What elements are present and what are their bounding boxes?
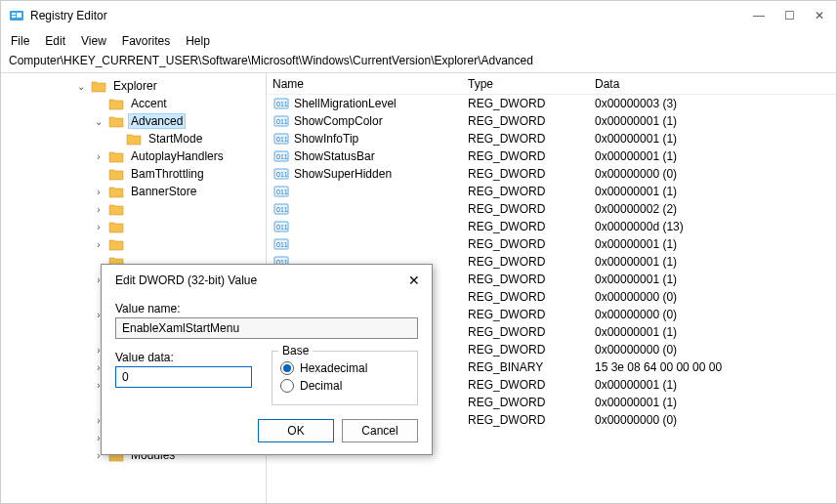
window-title: Registry Editor — [30, 9, 753, 22]
row-data: 0x00000001 (1) — [589, 396, 836, 409]
reg-value-icon: 011 — [272, 149, 290, 163]
row-data: 0x0000000d (13) — [589, 220, 836, 233]
list-row[interactable]: 011REG_DWORD0x00000001 (1) — [267, 183, 836, 200]
list-row[interactable]: 011ShowSuperHiddenREG_DWORD0x00000000 (0… — [267, 165, 836, 183]
row-type: REG_DWORD — [462, 273, 589, 286]
maximize-button[interactable]: ☐ — [784, 9, 795, 22]
row-name: ShowInfoTip — [290, 132, 462, 146]
dialog-title: Edit DWORD (32-bit) Value — [115, 273, 257, 287]
list-row[interactable]: 011ShellMigrationLevelREG_DWORD0x0000000… — [267, 95, 836, 112]
app-icon — [9, 8, 24, 23]
col-type[interactable]: Type — [462, 77, 589, 91]
folder-icon — [108, 185, 124, 198]
reg-value-icon: 011 — [272, 237, 290, 251]
row-name: ShowSuperHidden — [290, 167, 462, 181]
tree-item-banner[interactable]: BannerStore — [128, 185, 199, 198]
svg-text:011: 011 — [276, 153, 288, 160]
svg-rect-3 — [17, 13, 21, 18]
svg-text:011: 011 — [276, 101, 288, 107]
menubar: File Edit View Favorites Help — [1, 30, 836, 52]
reg-value-icon: 011 — [272, 185, 290, 198]
row-type: REG_DWORD — [462, 202, 589, 216]
expand-icon[interactable]: › — [93, 151, 105, 162]
reg-value-icon: 011 — [272, 167, 290, 181]
radio-hex-label: Hexadecimal — [300, 361, 367, 375]
row-type: REG_BINARY — [462, 360, 589, 374]
row-type: REG_DWORD — [462, 325, 589, 339]
expand-icon[interactable]: ⌄ — [93, 116, 105, 127]
reg-value-icon: 011 — [272, 202, 290, 216]
expand-icon[interactable]: › — [93, 187, 105, 197]
row-type: REG_DWORD — [462, 343, 589, 357]
list-row[interactable]: 011ShowCompColorREG_DWORD0x00000001 (1) — [267, 112, 836, 130]
row-data: 0x00000000 (0) — [589, 308, 836, 321]
menu-edit[interactable]: Edit — [45, 34, 65, 48]
value-data-field[interactable] — [115, 366, 252, 388]
row-data: 0x00000001 (1) — [589, 149, 836, 163]
row-data: 0x00000000 (0) — [589, 413, 836, 427]
dialog-close-button[interactable]: ✕ — [408, 273, 420, 288]
titlebar[interactable]: Registry Editor — ☐ ✕ — [1, 1, 836, 30]
row-data: 0x00000000 (0) — [589, 290, 836, 304]
list-row[interactable]: 011REG_DWORD0x0000000d (13) — [267, 218, 836, 235]
svg-text:011: 011 — [276, 224, 288, 231]
reg-value-icon: 011 — [272, 132, 290, 146]
row-type: REG_DWORD — [462, 97, 589, 110]
tree-item-accent[interactable]: Accent — [128, 97, 170, 110]
menu-view[interactable]: View — [81, 34, 106, 48]
reg-value-icon: 011 — [272, 97, 290, 110]
cancel-button[interactable]: Cancel — [342, 419, 418, 442]
tree-item-autoplay[interactable]: AutoplayHandlers — [128, 149, 227, 163]
folder-icon — [108, 167, 124, 181]
value-name-field — [115, 317, 418, 339]
minimize-button[interactable]: — — [753, 9, 765, 22]
reg-value-icon: 011 — [272, 114, 290, 128]
radio-decimal[interactable]: Decimal — [280, 379, 409, 393]
menu-favorites[interactable]: Favorites — [122, 34, 170, 48]
list-row[interactable]: 011REG_DWORD0x00000001 (1) — [267, 235, 836, 253]
tree-item-startmode[interactable]: StartMode — [146, 132, 205, 146]
tree-item-advanced[interactable]: Advanced — [128, 113, 186, 129]
row-type: REG_DWORD — [462, 413, 589, 427]
folder-icon — [108, 149, 124, 163]
close-button[interactable]: ✕ — [815, 9, 824, 22]
list-row[interactable]: 011ShowInfoTipREG_DWORD0x00000001 (1) — [267, 130, 836, 147]
ok-button[interactable]: OK — [258, 419, 334, 442]
list-row[interactable]: 011REG_DWORD0x00000002 (2) — [267, 200, 836, 218]
list-row[interactable]: 011ShowStatusBarREG_DWORD0x00000001 (1) — [267, 147, 836, 165]
expand-icon[interactable]: ⌄ — [75, 81, 87, 92]
reg-value-icon: 011 — [272, 220, 290, 233]
registry-editor-window: Registry Editor — ☐ ✕ File Edit View Fav… — [0, 0, 837, 504]
radio-dec-label: Decimal — [300, 379, 342, 393]
menu-file[interactable]: File — [11, 34, 29, 48]
value-data-label: Value data: — [115, 351, 252, 364]
radio-dot-icon — [280, 379, 294, 393]
tree-item-bam[interactable]: BamThrottling — [128, 167, 207, 181]
value-name-label: Value name: — [115, 302, 418, 315]
address-bar[interactable]: Computer\HKEY_CURRENT_USER\Software\Micr… — [1, 52, 836, 73]
row-name: ShellMigrationLevel — [290, 97, 462, 110]
row-data: 0x00000000 (0) — [589, 167, 836, 181]
row-type: REG_DWORD — [462, 255, 589, 269]
svg-text:011: 011 — [276, 136, 288, 143]
svg-text:011: 011 — [276, 206, 288, 213]
radio-dot-icon — [280, 361, 294, 375]
row-data: 0x00000001 (1) — [589, 255, 836, 269]
row-type: REG_DWORD — [462, 396, 589, 409]
row-type: REG_DWORD — [462, 185, 589, 198]
col-data[interactable]: Data — [589, 77, 836, 91]
col-name[interactable]: Name — [267, 77, 462, 91]
row-data: 0x00000001 (1) — [589, 273, 836, 286]
folder-icon — [108, 114, 124, 128]
row-type: REG_DWORD — [462, 149, 589, 163]
svg-text:011: 011 — [276, 118, 288, 125]
edit-dword-dialog: Edit DWORD (32-bit) Value ✕ Value name: … — [101, 264, 433, 455]
tree-item-explorer[interactable]: Explorer — [110, 79, 160, 93]
row-data: 15 3e 08 64 00 00 00 00 — [589, 360, 836, 374]
radio-hexadecimal[interactable]: Hexadecimal — [280, 361, 409, 375]
menu-help[interactable]: Help — [186, 34, 210, 48]
folder-icon — [108, 97, 124, 110]
row-name: ShowStatusBar — [290, 149, 462, 163]
folder-icon — [91, 79, 106, 93]
row-data: 0x00000001 (1) — [589, 132, 836, 146]
